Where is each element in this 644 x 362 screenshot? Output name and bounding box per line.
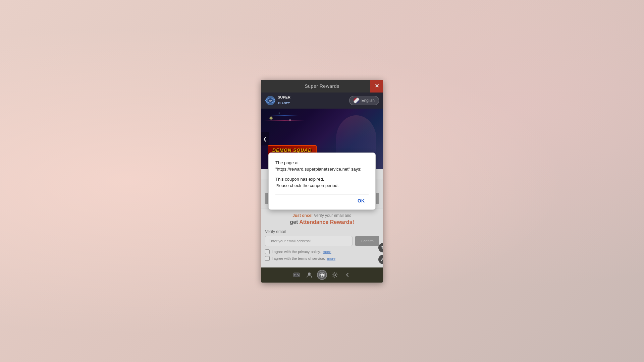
alert-url-text: The page at "https://reward.superplanets… [275, 160, 369, 173]
ok-button[interactable]: OK [354, 197, 369, 205]
alert-actions: OK [275, 194, 369, 205]
dialog-overlay: The page at "https://reward.superplanets… [261, 80, 383, 283]
super-rewards-window: Super Rewards ✕ SP SUPER PLANET English [261, 80, 383, 283]
alert-dialog: The page at "https://reward.superplanets… [268, 153, 376, 210]
alert-coupon-line1: This coupon has expired. Please check th… [275, 176, 369, 189]
alert-message: The page at "https://reward.superplanets… [275, 160, 369, 189]
